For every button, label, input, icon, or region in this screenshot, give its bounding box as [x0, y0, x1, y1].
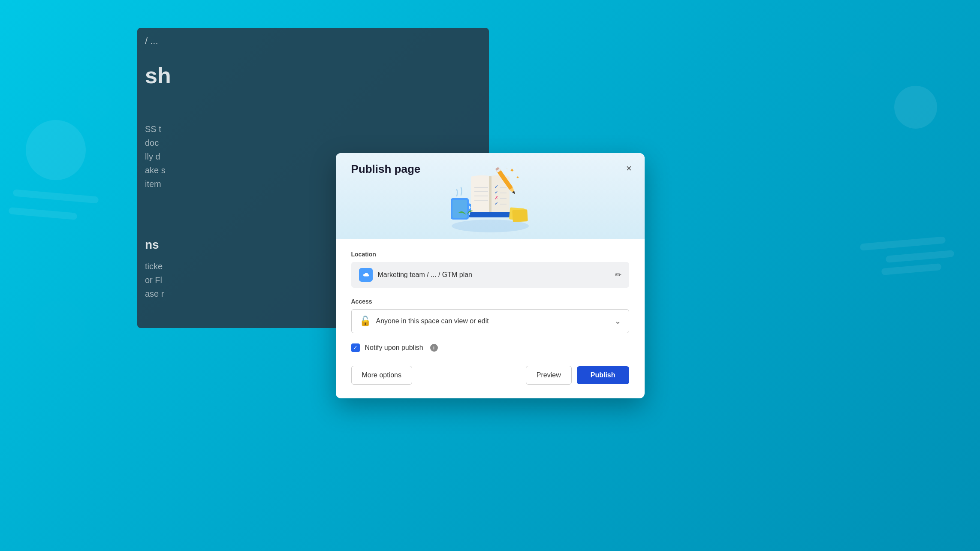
info-icon[interactable]: i — [430, 344, 438, 352]
more-options-button[interactable]: More options — [351, 366, 413, 385]
access-dropdown[interactable]: 🔓 Anyone in this space can view or edit … — [351, 309, 629, 333]
modal-footer: More options Preview Publish — [351, 366, 629, 385]
svg-rect-3 — [489, 176, 492, 213]
close-button[interactable]: × — [621, 161, 637, 176]
location-text: Marketing team / ... / GTM plan — [378, 271, 473, 279]
book-illustration: ✓ ✓ ✗ ✓ ✦ ✦ · — [443, 157, 537, 235]
publish-button[interactable]: Publish — [577, 366, 629, 384]
access-section: Access 🔓 Anyone in this space can view o… — [351, 298, 629, 333]
lock-icon: 🔓 — [359, 316, 371, 327]
access-text: Anyone in this space can view or edit — [376, 317, 489, 325]
svg-rect-2 — [452, 200, 467, 218]
notify-checkbox[interactable]: ✓ — [351, 343, 360, 352]
location-section: Location Marketing team / ... / GTM plan… — [351, 251, 629, 288]
svg-text:✓: ✓ — [495, 190, 498, 195]
svg-text:✦: ✦ — [516, 175, 519, 180]
space-icon — [359, 268, 373, 282]
notify-label: Notify upon publish — [365, 344, 423, 352]
svg-rect-27 — [512, 209, 528, 222]
notify-row: ✓ Notify upon publish i — [351, 343, 629, 352]
location-label: Location — [351, 251, 629, 258]
svg-text:✓: ✓ — [495, 184, 498, 189]
location-inner: Marketing team / ... / GTM plan — [359, 268, 473, 282]
modal-title: Publish page — [351, 163, 421, 176]
preview-button[interactable]: Preview — [526, 366, 572, 385]
svg-text:·: · — [507, 166, 507, 170]
checkbox-check-icon: ✓ — [353, 345, 358, 350]
chevron-down-icon: ⌄ — [615, 316, 621, 326]
access-inner: 🔓 Anyone in this space can view or edit — [359, 316, 489, 327]
modal-overlay: ✓ ✓ ✗ ✓ ✦ ✦ · — [0, 0, 980, 551]
edit-icon[interactable]: ✏ — [615, 270, 621, 280]
space-svg-icon — [362, 272, 370, 278]
svg-text:✦: ✦ — [510, 167, 515, 174]
publish-modal: ✓ ✓ ✗ ✓ ✦ ✦ · — [336, 153, 645, 398]
svg-text:✓: ✓ — [495, 201, 498, 206]
footer-right-buttons: Preview Publish — [526, 366, 629, 385]
svg-rect-5 — [469, 215, 512, 217]
svg-text:✗: ✗ — [495, 195, 498, 200]
location-field: Marketing team / ... / GTM plan ✏ — [351, 262, 629, 288]
modal-body: Location Marketing team / ... / GTM plan… — [336, 239, 645, 398]
access-label: Access — [351, 298, 629, 305]
